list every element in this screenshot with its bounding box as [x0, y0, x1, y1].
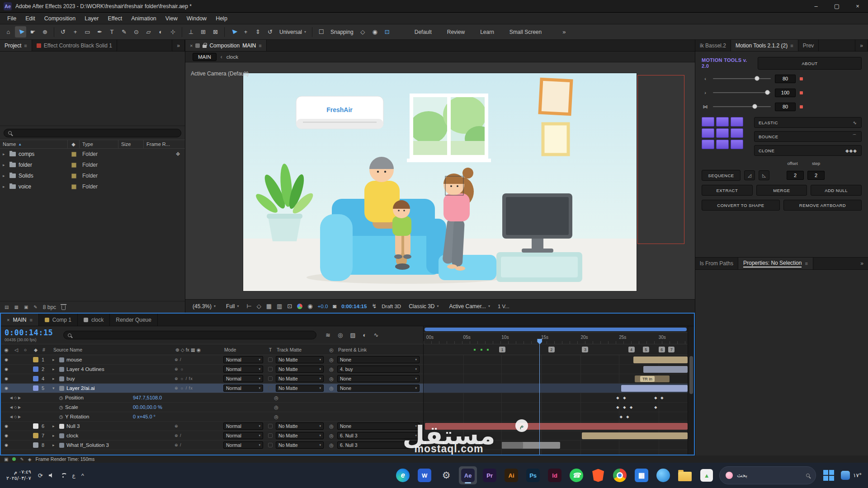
parent-select[interactable]: None: [337, 422, 420, 430]
ease-in-value[interactable]: 80: [775, 75, 796, 83]
hand-tool-icon[interactable]: ☛: [27, 26, 38, 38]
label-color[interactable]: [33, 357, 38, 362]
draft-3d-toggle[interactable]: Draft 3D: [382, 304, 401, 309]
ease-out-value[interactable]: 100: [775, 89, 796, 97]
add-keyframe-icon[interactable]: ◇: [14, 396, 17, 400]
comp-marker[interactable]: 3: [582, 347, 588, 352]
project-row-solids[interactable]: ▸Solids Folder: [0, 170, 185, 181]
shape-tool-icon[interactable]: ▭: [82, 26, 93, 38]
pen-tool-icon[interactable]: ✒: [94, 26, 105, 38]
eye-icon[interactable]: ◉: [1, 424, 12, 428]
camera-pan-icon[interactable]: +: [240, 26, 251, 38]
panel-menu-icon[interactable]: ≡: [29, 317, 32, 323]
camera-dolly-icon[interactable]: ⇕: [252, 26, 264, 38]
track-matte-select[interactable]: No Matte: [276, 356, 324, 363]
puppet-tool-icon[interactable]: ⊹: [167, 26, 179, 38]
column-type[interactable]: Type: [80, 140, 118, 148]
camera-cursor-icon[interactable]: ▶: [228, 26, 239, 38]
expander-icon[interactable]: ▸: [3, 174, 7, 178]
parent-pickwhip-icon[interactable]: ◎: [326, 433, 337, 439]
track-scale-keys[interactable]: ◆ ◆ ◆ ◆: [424, 403, 688, 412]
layer-switches[interactable]: ⊕ ☼ / fx: [175, 386, 223, 390]
tab-render-queue[interactable]: Render Queue: [110, 314, 158, 326]
keyframe-icon[interactable]: ◆: [616, 396, 619, 400]
layer-bar[interactable]: [633, 357, 688, 363]
lock-icon[interactable]: [203, 45, 207, 48]
keyframe-icon[interactable]: ◆: [620, 415, 623, 419]
property-row-position[interactable]: ◀◇▶ ◷ Position 947.7,5108.0 ◎: [1, 393, 423, 403]
parent-select[interactable]: None: [337, 385, 420, 392]
taskbar-photos[interactable]: ▲: [698, 466, 716, 484]
panel-menu-icon[interactable]: ≡: [259, 43, 261, 48]
label-color[interactable]: [33, 442, 38, 448]
world-axis-mode-icon[interactable]: ⊞: [198, 26, 209, 38]
next-keyframe-icon[interactable]: ▶: [18, 396, 21, 400]
time-navigator-bar[interactable]: [425, 328, 687, 331]
fast-previews-icon[interactable]: ↯: [372, 303, 377, 310]
type-tool-icon[interactable]: T: [106, 26, 118, 38]
track-mouse[interactable]: [424, 355, 688, 365]
column-mode[interactable]: Mode: [223, 344, 265, 355]
track-matte-select[interactable]: No Matte: [276, 366, 324, 373]
project-row-folder[interactable]: ▸folder Folder: [0, 160, 185, 170]
preserve-transparency-toggle[interactable]: [268, 443, 273, 447]
property-row-y-rotation[interactable]: ◀◇▶ ◷ Y Rotation 0 x+45.0 ° ◎: [1, 412, 423, 422]
panel-overflow-icon[interactable]: »: [855, 40, 868, 51]
column-switches[interactable]: ⊕ ◇ fx ▦ ◉: [175, 344, 223, 355]
parent-pickwhip-icon[interactable]: ◎: [326, 366, 337, 372]
close-tab-icon[interactable]: ×: [190, 43, 193, 48]
blend-mode-select[interactable]: Normal: [223, 432, 263, 439]
keyframe-icon[interactable]: ◆: [626, 415, 629, 419]
add-keyframe-icon[interactable]: ◇: [14, 405, 17, 409]
eye-icon[interactable]: ◉: [1, 433, 12, 438]
layer-row-null3[interactable]: ◉ 6 ▸Null 3 ⊕ Normal No Matte ◎ None: [1, 422, 423, 431]
eye-icon[interactable]: ◉: [1, 357, 12, 362]
label-swatch[interactable]: [71, 174, 76, 178]
column-number[interactable]: #: [42, 344, 52, 355]
menu-help[interactable]: Help: [211, 15, 232, 22]
anchor-cell[interactable]: [702, 140, 714, 149]
comp-marker[interactable]: 2: [548, 347, 555, 352]
layer-switches[interactable]: ⊕ /: [175, 357, 223, 362]
label-column-icon[interactable]: ◆: [30, 344, 42, 355]
channel-icon[interactable]: [297, 304, 302, 309]
pen-small-icon[interactable]: ✎: [33, 305, 37, 310]
project-search-input[interactable]: [15, 130, 177, 136]
magnification-select[interactable]: (45.3%)▾: [190, 303, 218, 310]
layer-bar[interactable]: [621, 385, 688, 392]
universal-camera-select[interactable]: Universal▾: [277, 29, 309, 35]
zoom-tool-icon[interactable]: ⊕: [39, 26, 51, 38]
blend-mode-select[interactable]: Normal: [223, 366, 263, 373]
panel-overflow-icon[interactable]: »: [856, 258, 868, 269]
sequence-offset-input[interactable]: 2: [787, 171, 804, 180]
anchor-cell[interactable]: [731, 140, 743, 149]
workspace-review[interactable]: Review: [440, 29, 472, 35]
layer-row-clock[interactable]: ◉ 7 ▸clock ⊕ / Normal No Matte ◎ 6. Null…: [1, 431, 423, 441]
nav-comp-clock[interactable]: clock: [226, 54, 238, 60]
pan-behind-tool-icon[interactable]: +: [70, 26, 81, 38]
next-keyframe-icon[interactable]: ▶: [18, 405, 21, 409]
add-keyframe-icon[interactable]: ◇: [14, 415, 17, 419]
layer-bar[interactable]: [643, 366, 688, 373]
track-matte-select[interactable]: No Matte: [276, 422, 324, 430]
cache-icon[interactable]: ◈: [28, 457, 32, 462]
next-keyframe-icon[interactable]: ▶: [18, 415, 21, 419]
parent-select[interactable]: None: [337, 356, 420, 363]
language-indicator[interactable]: ع: [72, 472, 75, 479]
layer-row-mouse[interactable]: ◉ 1 ▸mouse ⊕ / Normal No Matte ◎ None: [1, 355, 423, 365]
selection-tool-icon[interactable]: ▶: [15, 26, 26, 38]
parent-pickwhip-icon[interactable]: ◎: [326, 423, 337, 429]
clone-button[interactable]: CLONE◆◆◆: [754, 145, 862, 156]
slider-knob[interactable]: [755, 76, 760, 81]
taskbar-indesign[interactable]: Id: [546, 466, 564, 484]
column-parent-link[interactable]: Parent & Link: [337, 344, 423, 355]
track-null3[interactable]: [424, 422, 688, 431]
frame-blending-icon[interactable]: ▨: [350, 332, 355, 338]
time-ruler[interactable]: 00s 05s 10s 15s 20s 25s 30s: [424, 333, 688, 344]
current-time-indicator[interactable]: [539, 344, 540, 455]
timeline-track-area[interactable]: 00s 05s 10s 15s 20s 25s 30s 1 2: [424, 326, 688, 455]
anchor-cell[interactable]: [731, 128, 743, 138]
stopwatch-icon[interactable]: ◷: [57, 414, 65, 419]
add-null-button[interactable]: ADD NULL: [811, 185, 862, 196]
exposure-icon[interactable]: ◉: [307, 303, 312, 310]
